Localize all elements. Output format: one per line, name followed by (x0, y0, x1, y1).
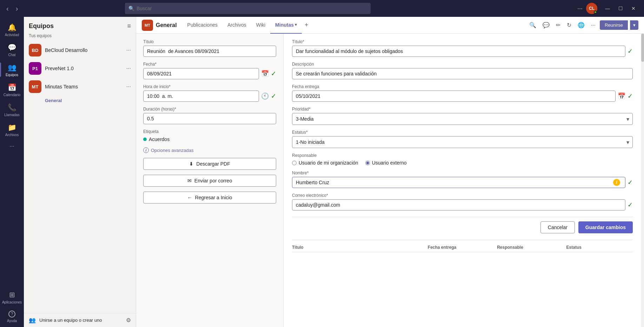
reunirse-dropdown-btn[interactable]: ▾ (630, 20, 638, 30)
archivos-label: Archivos (5, 133, 19, 137)
form-right: Título* ✓ Descripción Fecha entrega (284, 34, 641, 327)
teams-panel: Equipos ≡ Tus equipos BD BeCloud Desarro… (24, 17, 136, 327)
reunirse-btn[interactable]: Reunirse (600, 20, 628, 30)
header-chat-btn[interactable]: 💬 (540, 20, 552, 30)
sidebar-item-aplicaciones[interactable]: ⊞ Aplicaciones (0, 287, 24, 307)
maximize-btn[interactable]: ☐ (614, 4, 627, 13)
duracion-input[interactable] (143, 113, 276, 124)
nav-back-btn[interactable]: ‹ (4, 3, 11, 14)
settings-btn[interactable]: ⚙ (126, 317, 131, 323)
team-name-mt: Minutas Teams (45, 84, 123, 89)
tab-publicaciones[interactable]: Publicaciones (182, 17, 223, 34)
clock-icon: 🕙 (261, 92, 269, 100)
minimize-btn[interactable]: — (601, 4, 614, 13)
top-bar-right: ··· CL — ☐ ✕ (577, 3, 640, 14)
titulo-left-input[interactable] (143, 46, 276, 57)
archivos-icon: 📁 (8, 123, 16, 132)
sidebar-item-archivos[interactable]: 📁 Archivos (0, 120, 24, 140)
tab-minutas-dropdown-icon: ▾ (295, 22, 297, 27)
aplicaciones-icon: ⊞ (9, 291, 15, 299)
descripcion-input[interactable] (292, 68, 633, 79)
nav-forward-btn[interactable]: › (14, 3, 20, 14)
sidebar-more-dots[interactable]: ··· (0, 140, 24, 152)
sidebar-item-ayuda[interactable]: ? Ayuda (0, 307, 24, 327)
header-edit-btn[interactable]: ✏ (554, 20, 563, 30)
header-refresh-btn[interactable]: ↻ (565, 20, 573, 30)
hora-label: Hora de inicio* (143, 84, 276, 89)
radio-org-input[interactable] (292, 161, 297, 165)
fecha-label: Fecha* (143, 62, 276, 67)
scroll-thumb[interactable] (641, 34, 644, 62)
search-icon: 🔍 (128, 6, 134, 11)
close-btn[interactable]: ✕ (627, 4, 640, 13)
estatus-select[interactable]: 1-No iniciada 2-En proceso 3-Completada (292, 136, 633, 148)
aplicaciones-label: Aplicaciones (2, 300, 22, 304)
prioridad-field: Prioridad* 3-Media 1-Alta 2-Alta-Media 4… (292, 107, 633, 125)
equipos-label: Equipos (6, 73, 18, 77)
user-avatar[interactable]: CL (586, 3, 597, 14)
fecha-input[interactable] (143, 68, 259, 79)
teams-title: Equipos (29, 22, 54, 30)
tab-minutas[interactable]: Minutas ▾ (270, 17, 302, 34)
hora-input[interactable] (143, 91, 259, 102)
calendar-icon: 📅 (261, 70, 269, 78)
duracion-label: Duración (horas)* (143, 107, 276, 112)
more-options-icon[interactable]: ··· (577, 5, 583, 12)
send-email-btn[interactable]: ✉ Enviar por correo (143, 175, 276, 187)
sidebar-item-chat[interactable]: 💬 Chat (0, 40, 24, 60)
correo-input[interactable] (292, 199, 625, 211)
duracion-field: Duración (horas)* (143, 107, 276, 124)
channel-item-general[interactable]: General (24, 96, 136, 105)
team-item-mt[interactable]: MT Minutas Teams ··· (24, 78, 136, 96)
tab-minutas-label: Minutas (275, 22, 294, 28)
radio-org-text: Usuario de mi organización (299, 160, 358, 166)
tag-item: Acuerdos (143, 136, 170, 142)
header-search-btn[interactable]: 🔍 (527, 20, 538, 30)
search-input[interactable] (137, 6, 367, 11)
team-more-p1[interactable]: ··· (126, 65, 131, 72)
correo-label: Correo electrónico* (292, 193, 633, 198)
nombre-input[interactable] (292, 177, 625, 188)
header-more-btn[interactable]: ··· (589, 21, 598, 30)
email-icon: ✉ (187, 178, 192, 183)
titulo-right-input[interactable] (292, 46, 625, 57)
calendario-label: Calendario (4, 93, 20, 97)
prioridad-select[interactable]: 3-Media 1-Alta 2-Alta-Media 4-Baja (292, 113, 633, 125)
col-fecha: Fecha entrega (428, 245, 494, 250)
table-header-row: Título Fecha entrega Responsable Estatus (292, 243, 633, 252)
sidebar-item-equipos[interactable]: 👥 Equipos (0, 60, 24, 80)
save-btn[interactable]: Guardar cambios (578, 221, 633, 233)
header-globe-btn[interactable]: 🌐 (576, 20, 587, 30)
team-more-bd[interactable]: ··· (126, 47, 131, 53)
team-more-mt[interactable]: ··· (126, 84, 131, 90)
radio-group: Usuario de mi organización Usuario exter… (292, 160, 633, 166)
radio-ext-input[interactable] (365, 161, 370, 165)
sidebar-item-llamadas[interactable]: 📞 Llamadas (0, 100, 24, 120)
form-left: Título Fecha* 📅 ✓ Hora de inicio* (136, 34, 284, 327)
radio-ext-label[interactable]: Usuario externo (365, 160, 407, 166)
content-area: Título Fecha* 📅 ✓ Hora de inicio* (136, 34, 644, 327)
team-item-p1[interactable]: P1 PreveNet 1.0 ··· (24, 59, 136, 78)
tab-wiki[interactable]: Wiki (251, 17, 270, 34)
download-pdf-btn[interactable]: ⬇ Descargar PDF (143, 158, 276, 170)
advanced-options[interactable]: i Opciones avanzadas (143, 147, 276, 153)
team-avatar-p1: P1 (29, 62, 41, 75)
search-box: 🔍 (125, 3, 371, 14)
cancel-btn[interactable]: Cancelar (540, 221, 575, 233)
teams-filter-btn[interactable]: ≡ (127, 22, 131, 30)
team-item-bd[interactable]: BD BeCloud Desarrollo ··· (24, 41, 136, 59)
main-area: MT General Publicaciones Archivos Wiki M… (136, 17, 644, 327)
equipos-icon: 👥 (8, 63, 16, 72)
sidebar-item-calendario[interactable]: 📅 Calendario (0, 80, 24, 100)
add-tab-btn[interactable]: + (302, 17, 311, 34)
sidebar-item-actividad[interactable]: 🔔 Actividad (0, 20, 24, 40)
tab-archivos[interactable]: Archivos (223, 17, 251, 34)
radio-org-label[interactable]: Usuario de mi organización (292, 160, 358, 166)
llamadas-icon: 📞 (8, 103, 16, 112)
actividad-icon: 🔔 (8, 23, 16, 32)
join-team-text[interactable]: Unirse a un equipo o crear uno (39, 318, 122, 323)
back-home-btn[interactable]: ← Regresar a Inicio (143, 192, 276, 203)
prioridad-label: Prioridad* (292, 107, 633, 112)
fecha-entrega-input[interactable] (292, 91, 616, 102)
chat-icon: 💬 (8, 43, 16, 52)
